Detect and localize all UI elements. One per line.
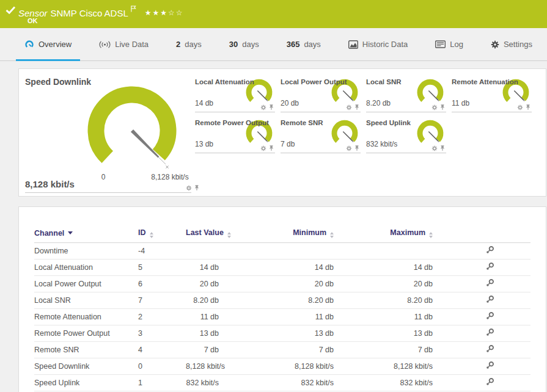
column-header-actions <box>438 224 530 242</box>
column-header-channel[interactable]: Channel <box>34 224 138 242</box>
column-header-last-value[interactable]: Last Value <box>186 224 224 242</box>
sensor-status-bar: SensorSNMP Cisco ADSL★★★☆☆ OK <box>0 0 547 28</box>
edit-channel-icon[interactable] <box>485 361 494 370</box>
stars-empty: ☆☆ <box>168 9 184 17</box>
gear-icon[interactable] <box>517 104 523 111</box>
channel-name[interactable]: Speed Uplink <box>34 374 138 391</box>
mini-gauge-title: Speed Uplink <box>366 119 411 126</box>
sort-icon <box>227 232 231 238</box>
sort-desc-icon <box>68 231 73 234</box>
column-header-id[interactable]: ID <box>138 224 186 242</box>
table-row-speed-downlink: Speed Downlink 0 8,128 kbit/s 8,128 kbit… <box>34 358 530 374</box>
table-header-row: Channel ID Last Value Minimum Maximum <box>34 224 530 242</box>
panel-actions <box>517 104 531 111</box>
channel-minimum: 7 db <box>224 341 339 358</box>
gear-icon[interactable] <box>431 145 438 151</box>
channel-maximum: 20 db <box>339 275 438 292</box>
channel-minimum: 832 kbit/s <box>224 374 339 391</box>
pin-icon[interactable] <box>354 145 360 151</box>
tab-number: 365 <box>287 40 300 49</box>
table-row-downtime: Downtime -4 <box>34 242 530 259</box>
mini-gauge-title: Remote Power Output <box>195 119 269 126</box>
column-header-maximum[interactable]: Maximum <box>339 224 438 242</box>
column-header-minimum[interactable]: Minimum <box>224 224 339 242</box>
gear-icon[interactable] <box>346 104 352 111</box>
tab-overview[interactable]: Overview <box>16 28 80 60</box>
pin-icon[interactable] <box>268 145 274 151</box>
channel-minimum: 14 db <box>224 259 339 275</box>
panel-actions <box>346 145 360 151</box>
edit-channel-icon[interactable] <box>485 262 494 271</box>
sort-icon <box>330 232 334 238</box>
channel-id: 5 <box>138 259 186 275</box>
channel-maximum: 13 db <box>339 325 438 341</box>
tab-historic-data[interactable]: Historic Data <box>340 28 416 60</box>
gauge-scale-max: 8,128 kbit/s <box>136 173 204 181</box>
channel-last-value: 8.20 db <box>186 292 224 308</box>
edit-channel-icon[interactable] <box>485 278 494 288</box>
tab-log[interactable]: Log <box>427 28 472 60</box>
pin-icon[interactable] <box>525 104 531 111</box>
edit-channel-icon[interactable] <box>485 245 494 255</box>
channel-name[interactable]: Local Attenuation <box>34 259 138 275</box>
table-row-local-attenuation: Local Attenuation 5 14 db 14 db 14 db <box>34 259 530 275</box>
channel-name[interactable]: Speed Downlink <box>34 358 138 374</box>
channel-last-value: 8,128 kbit/s <box>186 358 224 374</box>
channel-maximum <box>339 242 438 259</box>
channel-minimum: 11 db <box>224 308 339 325</box>
channel-id: 4 <box>138 341 186 358</box>
pin-icon[interactable] <box>354 104 360 111</box>
channel-id: 3 <box>138 325 186 341</box>
mini-gauge-title: Local Power Output <box>281 78 347 85</box>
gear-icon[interactable] <box>431 104 438 111</box>
gear-icon <box>491 40 499 49</box>
edit-channel-icon[interactable] <box>485 377 494 387</box>
pin-icon[interactable] <box>268 104 274 111</box>
channels-table: Channel ID Last Value Minimum Maximum Do… <box>34 224 530 391</box>
mini-gauge-title: Remote SNR <box>281 119 323 126</box>
channel-name[interactable]: Local Power Output <box>34 275 138 292</box>
area-chart-icon <box>348 40 358 49</box>
tab-2-days[interactable]: 2 days <box>167 28 210 60</box>
mini-gauge-local-snr: Local SNR 8.20 db <box>366 78 446 112</box>
tab-number: 30 <box>229 40 238 49</box>
tab-settings[interactable]: Settings <box>482 28 541 60</box>
priority-flag-icon[interactable] <box>131 4 136 14</box>
pin-icon[interactable] <box>194 184 200 191</box>
gear-icon[interactable] <box>346 145 352 151</box>
gear-icon[interactable] <box>260 145 266 151</box>
tab-label: days <box>304 40 320 49</box>
channel-name[interactable]: Downtime <box>34 242 138 259</box>
pin-icon[interactable] <box>439 104 446 111</box>
channels-table-card: Channel ID Last Value Minimum Maximum Do… <box>18 206 546 392</box>
priority-stars[interactable]: ★★★☆☆ <box>145 9 184 17</box>
channel-last-value <box>186 242 224 259</box>
mini-gauge-value: 7 db <box>281 140 295 148</box>
channel-id: 0 <box>138 358 186 374</box>
channel-name[interactable]: Remote Attenuation <box>34 308 138 325</box>
tab-live-data[interactable]: Live Data <box>90 28 157 60</box>
gear-icon[interactable] <box>260 104 266 111</box>
channel-maximum: 7 db <box>339 341 438 358</box>
mini-gauge-title: Local Attenuation <box>195 78 254 85</box>
tab-365-days[interactable]: 365 days <box>278 28 329 60</box>
mini-gauges-grid: Local Attenuation 14 db Local Power Outp… <box>195 78 532 153</box>
channel-name[interactable]: Remote SNR <box>34 341 138 358</box>
gear-icon[interactable] <box>186 185 192 191</box>
channel-name[interactable]: Remote Power Output <box>34 325 138 341</box>
status-ok-check-icon <box>6 5 16 16</box>
edit-channel-icon[interactable] <box>485 328 494 337</box>
pin-icon[interactable] <box>439 145 446 151</box>
edit-channel-icon[interactable] <box>485 311 494 321</box>
gauges-card: Speed Downlink 0 8,128 kbit/s 8,128 kbit… <box>18 68 546 197</box>
edit-channel-icon[interactable] <box>485 295 494 304</box>
channel-minimum: 20 db <box>224 275 339 292</box>
channel-maximum: 8.20 db <box>339 292 438 308</box>
mini-gauge-value: 8.20 db <box>366 99 391 107</box>
panel-actions <box>186 184 200 191</box>
table-row-remote-attenuation: Remote Attenuation 2 11 db 11 db 11 db <box>34 308 530 325</box>
tab-30-days[interactable]: 30 days <box>221 28 268 60</box>
edit-channel-icon[interactable] <box>485 344 494 354</box>
channel-name[interactable]: Local SNR <box>34 292 138 308</box>
channel-minimum: 8,128 kbit/s <box>224 358 339 374</box>
